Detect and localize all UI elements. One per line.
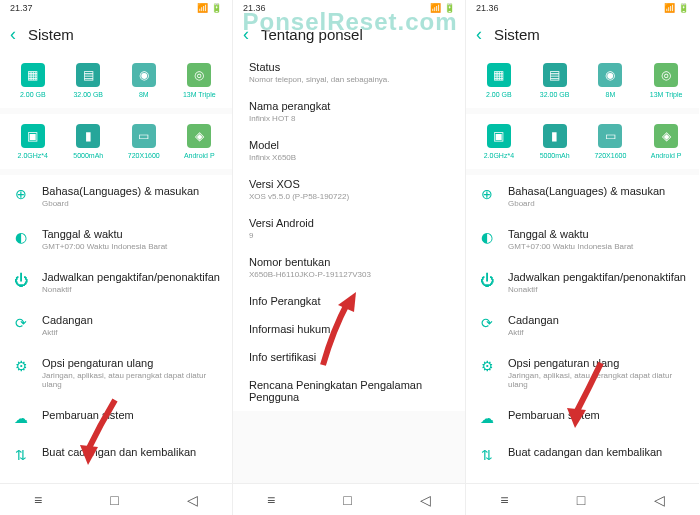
info-android-version[interactable]: Versi Android9 bbox=[233, 209, 465, 248]
power-icon: ⏻ bbox=[478, 271, 496, 289]
nav-back-icon[interactable]: ◁ bbox=[420, 492, 431, 508]
ram-icon: ▦ bbox=[21, 63, 45, 87]
screen-3: 21.36 📶 🔋 ‹ Sistem ▦2.00 GB ▤32.00 GB ◉8… bbox=[466, 0, 699, 515]
camera-icon: ◉ bbox=[598, 63, 622, 87]
restore-icon: ⇅ bbox=[12, 446, 30, 464]
spec-battery[interactable]: ▮5000mAh bbox=[530, 124, 580, 159]
setting-restore[interactable]: ⇅Buat cadangan dan kembalikan bbox=[0, 436, 232, 473]
spec-ram[interactable]: ▦2.00 GB bbox=[474, 63, 524, 98]
nav-home-icon[interactable]: □ bbox=[577, 492, 585, 508]
reset-icon: ⚙ bbox=[478, 357, 496, 375]
ram-icon: ▦ bbox=[487, 63, 511, 87]
camera2-icon: ◎ bbox=[187, 63, 211, 87]
spec-cpu[interactable]: ▣2.0GHz*4 bbox=[474, 124, 524, 159]
spec-cpu[interactable]: ▣2.0GHz*4 bbox=[8, 124, 58, 159]
page-title: Sistem bbox=[28, 26, 74, 43]
spec-camera[interactable]: ◉8M bbox=[585, 63, 635, 98]
setting-reset[interactable]: ⚙Opsi pengaturan ulangJaringan, aplikasi… bbox=[466, 347, 699, 399]
setting-language[interactable]: ⊕Bahasa(Languages) & masukanGboard bbox=[0, 175, 232, 218]
spec-row-1: ▦2.00 GB ▤32.00 GB ◉8M ◎13M Triple bbox=[466, 53, 699, 108]
status-bar: 21.37 📶 🔋 bbox=[0, 0, 232, 16]
setting-datetime[interactable]: ◐Tanggal & waktuGMT+07:00 Waktu Indonesi… bbox=[0, 218, 232, 261]
setting-backup[interactable]: ⟳CadanganAktif bbox=[0, 304, 232, 347]
info-status[interactable]: StatusNomor telepon, sinyal, dan sebagai… bbox=[233, 53, 465, 92]
spec-storage[interactable]: ▤32.00 GB bbox=[530, 63, 580, 98]
setting-schedule[interactable]: ⏻Jadwalkan pengaktifan/penonaktifanNonak… bbox=[0, 261, 232, 304]
nav-home-icon[interactable]: □ bbox=[343, 492, 351, 508]
nav-bar: ≡ □ ◁ bbox=[466, 483, 699, 515]
cpu-icon: ▣ bbox=[21, 124, 45, 148]
language-icon: ⊕ bbox=[12, 185, 30, 203]
nav-back-icon[interactable]: ◁ bbox=[654, 492, 665, 508]
nav-bar: ≡ □ ◁ bbox=[0, 483, 232, 515]
back-arrow-icon[interactable]: ‹ bbox=[476, 24, 482, 45]
setting-reset[interactable]: ⚙Opsi pengaturan ulangJaringan, aplikasi… bbox=[0, 347, 232, 399]
restore-icon: ⇅ bbox=[478, 446, 496, 464]
screen-1: 21.37 📶 🔋 ‹ Sistem ▦2.00 GB ▤32.00 GB ◉8… bbox=[0, 0, 233, 515]
info-xos-version[interactable]: Versi XOSXOS v5.5.0 (P-P58-190722) bbox=[233, 170, 465, 209]
status-time: 21.36 bbox=[476, 3, 499, 13]
screen-2: 21.36 📶 🔋 ‹ Tentang ponsel StatusNomor t… bbox=[233, 0, 466, 515]
spec-camera2[interactable]: ◎13M Triple bbox=[174, 63, 224, 98]
spec-resolution[interactable]: ▭720X1600 bbox=[585, 124, 635, 159]
spec-ram[interactable]: ▦2.00 GB bbox=[8, 63, 58, 98]
settings-list: ⊕Bahasa(Languages) & masukanGboard ◐Tang… bbox=[466, 175, 699, 515]
setting-update[interactable]: ☁Pembaruan sistem bbox=[0, 399, 232, 436]
reset-icon: ⚙ bbox=[12, 357, 30, 375]
setting-schedule[interactable]: ⏻Jadwalkan pengaktifan/penonaktifanNonak… bbox=[466, 261, 699, 304]
spec-android[interactable]: ◈Android P bbox=[641, 124, 691, 159]
android-icon: ◈ bbox=[187, 124, 211, 148]
setting-restore[interactable]: ⇅Buat cadangan dan kembalikan bbox=[466, 436, 699, 473]
status-time: 21.37 bbox=[10, 3, 33, 13]
info-certification[interactable]: Info sertifikasi bbox=[233, 343, 465, 371]
storage-icon: ▤ bbox=[76, 63, 100, 87]
spec-storage[interactable]: ▤32.00 GB bbox=[63, 63, 113, 98]
battery-icon: ▮ bbox=[543, 124, 567, 148]
info-ux-plan[interactable]: Rencana Peningkatan Pengalaman Pengguna bbox=[233, 371, 465, 411]
storage-icon: ▤ bbox=[543, 63, 567, 87]
spec-row-2: ▣2.0GHz*4 ▮5000mAh ▭720X1600 ◈Android P bbox=[0, 114, 232, 169]
backup-icon: ⟳ bbox=[478, 314, 496, 332]
status-bar: 21.36 📶 🔋 bbox=[466, 0, 699, 16]
info-build-number[interactable]: Nomor bentukanX650B-H6110JKO-P-191127V30… bbox=[233, 248, 465, 287]
setting-backup[interactable]: ⟳CadanganAktif bbox=[466, 304, 699, 347]
setting-datetime[interactable]: ◐Tanggal & waktuGMT+07:00 Waktu Indonesi… bbox=[466, 218, 699, 261]
info-legal[interactable]: Informasi hukum bbox=[233, 315, 465, 343]
setting-language[interactable]: ⊕Bahasa(Languages) & masukanGboard bbox=[466, 175, 699, 218]
spec-android[interactable]: ◈Android P bbox=[174, 124, 224, 159]
cloud-icon: ☁ bbox=[478, 409, 496, 427]
nav-home-icon[interactable]: □ bbox=[110, 492, 118, 508]
language-icon: ⊕ bbox=[478, 185, 496, 203]
camera-icon: ◉ bbox=[132, 63, 156, 87]
spec-camera2[interactable]: ◎13M Triple bbox=[641, 63, 691, 98]
clock-icon: ◐ bbox=[12, 228, 30, 246]
spec-camera[interactable]: ◉8M bbox=[119, 63, 169, 98]
resolution-icon: ▭ bbox=[132, 124, 156, 148]
spec-row-2: ▣2.0GHz*4 ▮5000mAh ▭720X1600 ◈Android P bbox=[466, 114, 699, 169]
back-arrow-icon[interactable]: ‹ bbox=[10, 24, 16, 45]
watermark-text: PonselReset.com bbox=[242, 8, 457, 36]
info-model[interactable]: ModelInfinix X650B bbox=[233, 131, 465, 170]
backup-icon: ⟳ bbox=[12, 314, 30, 332]
settings-list: ⊕Bahasa(Languages) & masukanGboard ◐Tang… bbox=[0, 175, 232, 515]
info-device-info[interactable]: Info Perangkat bbox=[233, 287, 465, 315]
status-icons: 📶 🔋 bbox=[664, 3, 689, 13]
status-icons: 📶 🔋 bbox=[197, 3, 222, 13]
setting-update[interactable]: ☁Pembaruan sistem bbox=[466, 399, 699, 436]
header: ‹ Sistem bbox=[466, 16, 699, 53]
nav-bar: ≡ □ ◁ bbox=[233, 483, 465, 515]
spec-resolution[interactable]: ▭720X1600 bbox=[119, 124, 169, 159]
info-device-name[interactable]: Nama perangkatInfinix HOT 8 bbox=[233, 92, 465, 131]
power-icon: ⏻ bbox=[12, 271, 30, 289]
spec-row-1: ▦2.00 GB ▤32.00 GB ◉8M ◎13M Triple bbox=[0, 53, 232, 108]
cpu-icon: ▣ bbox=[487, 124, 511, 148]
header: ‹ Sistem bbox=[0, 16, 232, 53]
nav-menu-icon[interactable]: ≡ bbox=[267, 492, 275, 508]
nav-menu-icon[interactable]: ≡ bbox=[34, 492, 42, 508]
camera2-icon: ◎ bbox=[654, 63, 678, 87]
info-list: StatusNomor telepon, sinyal, dan sebagai… bbox=[233, 53, 465, 411]
nav-menu-icon[interactable]: ≡ bbox=[500, 492, 508, 508]
spec-battery[interactable]: ▮5000mAh bbox=[63, 124, 113, 159]
nav-back-icon[interactable]: ◁ bbox=[187, 492, 198, 508]
resolution-icon: ▭ bbox=[598, 124, 622, 148]
